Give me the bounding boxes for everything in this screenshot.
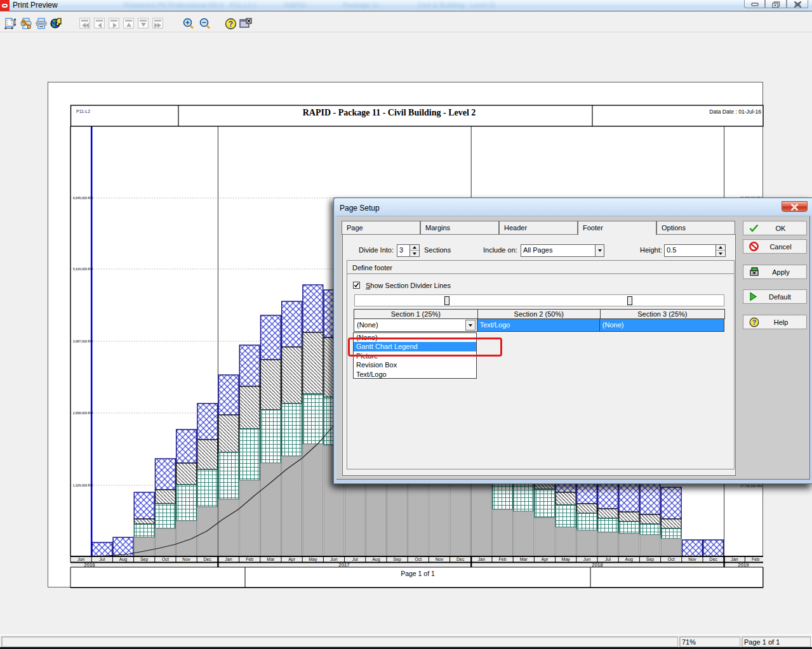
svg-text:Oct: Oct [668, 557, 675, 561]
svg-text:Jan: Jan [478, 557, 485, 561]
svg-text:Apr: Apr [288, 557, 296, 562]
svg-text:May: May [309, 557, 317, 562]
svg-text:Mar: Mar [267, 557, 275, 561]
svg-text:Jun: Jun [330, 557, 337, 561]
svg-text:Aug: Aug [372, 557, 380, 562]
svg-text:Sep: Sep [646, 557, 655, 562]
svg-text:2016: 2016 [84, 562, 95, 568]
svg-text:Aug: Aug [625, 557, 634, 562]
svg-text:Dec: Dec [204, 557, 212, 561]
svg-text:Jul: Jul [352, 557, 358, 561]
svg-text:3,987,000 RM: 3,987,000 RM [73, 339, 93, 343]
svg-text:2,658,000 RM: 2,658,000 RM [73, 410, 93, 415]
svg-text:Jan: Jan [225, 557, 232, 561]
svg-text:Sep: Sep [140, 557, 149, 562]
svg-text:Jul: Jul [605, 557, 611, 561]
svg-text:Oct: Oct [415, 557, 422, 561]
svg-text:Apr: Apr [542, 557, 549, 562]
svg-text:Nov: Nov [436, 557, 444, 561]
svg-text:Oct: Oct [162, 557, 169, 561]
svg-text:P11-L2: P11-L2 [76, 109, 90, 114]
svg-text:1,329,000 RM: 1,329,000 RM [73, 483, 93, 487]
svg-text:2018: 2018 [592, 562, 602, 568]
svg-text:Mar: Mar [520, 557, 528, 561]
svg-text:RAPID - Package 11 - Civil Bui: RAPID - Package 11 - Civil Building - Le… [303, 108, 476, 117]
svg-text:Feb: Feb [499, 557, 507, 561]
svg-text:Nov: Nov [182, 557, 190, 561]
svg-text:Feb: Feb [246, 557, 253, 561]
svg-text:Dec: Dec [709, 557, 717, 561]
svg-text:5,316,000 RM: 5,316,000 RM [73, 266, 93, 271]
svg-text:Jan: Jan [731, 557, 738, 561]
svg-text:Jun: Jun [77, 557, 84, 561]
svg-text:2017: 2017 [338, 562, 349, 568]
svg-text:2019: 2019 [738, 562, 749, 568]
svg-text:Nov: Nov [688, 557, 696, 561]
svg-text:Sep: Sep [393, 557, 401, 562]
svg-text:Dec: Dec [456, 557, 465, 561]
svg-text:May: May [562, 557, 571, 562]
svg-text:Page 1 of 1: Page 1 of 1 [401, 570, 435, 577]
svg-text:6,645,000 RM: 6,645,000 RM [73, 195, 93, 200]
svg-text:Jul: Jul [99, 557, 105, 561]
svg-text:?: ? [229, 20, 233, 29]
svg-text:Aug: Aug [119, 557, 128, 562]
svg-text:Jun: Jun [583, 557, 590, 561]
svg-text:Feb: Feb [752, 557, 759, 561]
svg-text:?: ? [752, 319, 756, 326]
svg-text:Data Date : 01-Jul-16: Data Date : 01-Jul-16 [709, 108, 761, 115]
